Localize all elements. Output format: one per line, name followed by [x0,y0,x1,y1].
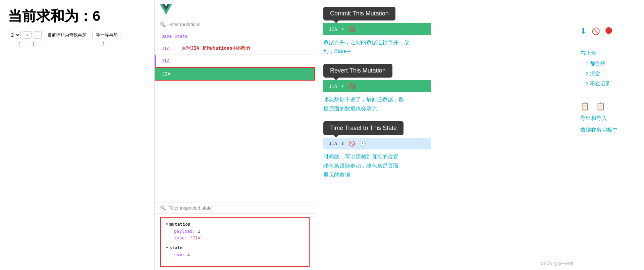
left-panel: 当前求和为：6 2 1 3 + - 当前求和为奇数再加 等一等再加 ↑ ↑ ↑ [0,0,154,270]
number-select[interactable]: 2 1 3 [8,31,21,39]
arrow1: ↑ [17,40,21,47]
revert-bar-label: JIA [329,84,337,89]
triangle2-icon: ▼ [166,246,168,250]
sum-val: 4 [187,252,190,257]
arrow3: ↑ [102,40,105,47]
export-icons-row: 📋 📋 [580,102,618,111]
state-section: ▼ state sum: 4 [166,245,304,259]
right-item-2: 2.清空 [586,69,610,79]
payload-key: payload: [174,229,195,234]
mutation-item-1[interactable]: JIA 大写JIA 是Mutations中的动作 [155,42,315,55]
timetravel-cancel-icon[interactable]: 🚫 [348,140,355,147]
download-teal-icon[interactable]: ⬇ [580,27,586,36]
mutation-item-3[interactable]: JIA [155,67,315,81]
revert-tooltip: Revert This Mutation [323,64,392,78]
mutation-section: ▼ mutation payload: 2 type: "JIA" [166,222,304,242]
state-header-label: state [169,245,182,250]
odd-button[interactable]: 当前求和为奇数再加 [44,31,90,39]
right-panel: Commit This Mutation JIA ⬇ 🚫 数据合并，之间的数据进… [315,0,577,270]
export-desc: 数据在剪切板中 [580,125,618,134]
commit-bar-label: JIA [329,27,337,32]
right-item-1: 1.都合并 [586,58,610,69]
far-right-panel: ⬇ 🚫 右上角： 1.都合并 2.清空 3.不在记录 📋 📋 导出和导入 数据在… [577,0,644,270]
commit-tooltip: Commit This Mutation [323,7,395,20]
type-val: "JIA" [190,235,203,240]
page-title: 当前求和为：6 [8,7,146,26]
right-annotation-block: 右上角： 1.都合并 2.清空 3.不在记录 [580,48,610,89]
filter-state-input[interactable] [168,205,310,211]
search-state-icon: 🔍 [160,205,166,211]
base-state-row: Base State [155,30,315,42]
type-row: type: "JIA" [166,235,304,242]
right-annotation-title: 右上角： [580,48,610,58]
wait-button[interactable]: 等一等再加 [92,31,121,39]
base-state-label: Base State [161,34,187,39]
mutation-annotation: 大写JIA 是Mutations中的动作 [181,45,251,51]
vue-logo-bar [155,0,315,19]
type-key: type: [174,235,187,240]
mutation-list: JIA 大写JIA 是Mutations中的动作 JIA JIA [155,42,315,202]
revert-download-icon[interactable]: ⬇ [341,83,344,89]
timetravel-desc: 时间线，可以穿梭到直接的位置 绿色条跟随走动，绿色条是页面 展示的数据 [323,152,569,180]
commit-download-icon[interactable]: ⬇ [341,26,344,32]
middle-panel: 🔍 Base State JIA 大写JIA 是Mutations中的动作 JI… [154,0,315,270]
controls-row: 2 1 3 + - 当前求和为奇数再加 等一等再加 [8,31,146,39]
timetravel-bar: JIA ⬇ 🚫 🕐 [323,138,431,149]
revert-bar: JIA ⬇ 🚫 [323,80,431,92]
commit-bar: JIA ⬇ 🚫 [323,23,431,35]
filter-state-bar: 🔍 [155,202,315,214]
arrow2: ↑ [32,40,35,47]
triangle-icon: ▼ [166,222,168,226]
revert-desc: 此次数据不要了，后面还数据，数 据后面的数据也会清除 [323,95,569,113]
export-title: 导出和导入 [580,114,618,123]
page-layout: 当前求和为：6 2 1 3 + - 当前求和为奇数再加 等一等再加 ↑ ↑ ↑ [0,0,644,270]
commit-cancel-icon[interactable]: 🚫 [348,26,355,32]
payload-val: 2 [198,229,200,234]
timetravel-bar-label: JIA [329,141,337,146]
cancel-gray-icon[interactable]: 🚫 [592,27,600,35]
paste-icon[interactable]: 📋 [596,102,605,111]
mutation-label-3: JIA [162,71,170,77]
revert-cancel-icon[interactable]: 🚫 [348,83,355,89]
right-annotation-items: 1.都合并 2.清空 3.不在记录 [580,58,610,89]
minus-button[interactable]: - [34,31,42,39]
timetravel-tooltip: Time Travel to This State [323,121,404,135]
copy-icon[interactable]: 📋 [580,102,589,111]
commit-desc: 数据合并，之间的数据进行合并，放 到，State中 [323,38,569,56]
export-section: 📋 📋 导出和导入 数据在剪切板中 [580,102,618,136]
mutation-header-label: mutation [169,222,191,227]
mutation-item-2[interactable]: JIA [155,55,315,67]
vue-logo-icon [160,4,172,15]
sum-row: sum: 4 [166,252,304,259]
arrows-container: ↑ ↑ ↑ [8,40,146,52]
state-section-header: ▼ state [166,245,304,250]
mutation-label-1: JIA [161,46,170,51]
plus-button[interactable]: + [23,31,32,39]
right-item-3: 3.不在记录 [586,79,610,89]
payload-row: payload: 2 [166,228,304,235]
mutation-label-2: JIA [161,58,170,63]
sum-key: sum: [174,252,184,257]
red-circle-icon [605,27,612,35]
timetravel-clock-icon[interactable]: 🕐 [359,140,366,147]
revert-section: Revert This Mutation JIA ⬇ 🚫 此次数据不要了，后面还… [323,64,569,114]
filter-mutations-input[interactable] [168,22,310,27]
top-icon-row: ⬇ 🚫 [580,27,612,36]
timetravel-download-icon[interactable]: ⬇ [341,140,344,147]
state-inspector: ▼ mutation payload: 2 type: "JIA" ▼ [160,217,310,267]
mutation-section-header: ▼ mutation [166,222,304,227]
search-icon: 🔍 [160,22,166,27]
timetravel-section: Time Travel to This State JIA ⬇ 🚫 🕐 时间线，… [323,121,569,181]
csdn-watermark: CSDN @做一只猫 [541,261,574,267]
filter-mutations-bar: 🔍 [155,19,315,30]
commit-section: Commit This Mutation JIA ⬇ 🚫 数据合并，之间的数据进… [323,7,569,57]
